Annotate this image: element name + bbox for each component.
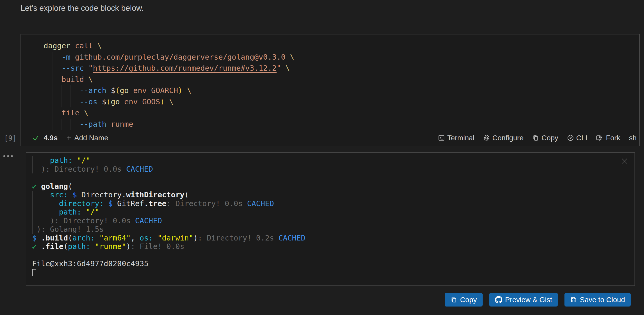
output-line	[32, 251, 305, 260]
execution-count: [9]	[4, 134, 17, 142]
code-line: -m github.com/purpleclay/daggerverse/gol…	[44, 52, 637, 63]
output-line: directory: $ GitRef.tree: Directory! 0.0…	[32, 199, 305, 208]
toolbar-fork-button[interactable]: Fork	[596, 134, 620, 142]
output-line	[32, 268, 305, 277]
language-label[interactable]: sh	[629, 134, 637, 142]
copy-button[interactable]: Copy	[445, 293, 482, 307]
fork-icon	[596, 134, 603, 141]
play-circle-icon	[567, 134, 574, 141]
output-line: ): Directory! 0.0s CACHED	[32, 217, 305, 225]
indent-guide	[62, 85, 62, 96]
code-cell: dagger call \ -m github.com/purpleclay/d…	[21, 34, 640, 146]
code-editor[interactable]: dagger call \ -m github.com/purpleclay/d…	[44, 40, 637, 130]
cell-toolbar: TerminalConfigureCopyCLIFork	[438, 134, 620, 142]
indent-guide	[53, 63, 53, 74]
indent-guide	[53, 52, 53, 63]
indent-guide	[44, 107, 44, 119]
indent-guide	[44, 52, 44, 63]
save-to-cloud-button[interactable]: Save to Cloud	[564, 293, 631, 307]
success-check-icon	[32, 134, 40, 142]
code-line: dagger call \	[44, 40, 637, 52]
save-icon	[570, 296, 577, 303]
cell-status-bar: 4.9s Add Name TerminalConfigureCopyCLIFo…	[21, 130, 639, 146]
dot-icon	[7, 155, 9, 157]
indent-guide	[53, 85, 53, 96]
indent-guide	[53, 96, 53, 108]
preview-gist-button[interactable]: Preview & Gist	[489, 293, 558, 307]
code-line: --src "https://github.com/runmedev/runme…	[44, 63, 637, 74]
output-line: ): Golang! 1.5s	[32, 225, 305, 234]
indent-guide	[32, 156, 33, 165]
indent-guide	[32, 165, 33, 174]
toolbar-copy-button[interactable]: Copy	[532, 134, 558, 142]
output-line: ✔ golang(	[32, 182, 305, 191]
execution-duration: 4.9s	[44, 134, 58, 142]
output-line: ): Directory! 0.0s CACHED	[32, 165, 305, 174]
indent-guide	[62, 96, 62, 108]
output-line	[32, 173, 305, 182]
indent-guide	[44, 119, 44, 130]
copy-icon	[450, 296, 457, 303]
code-line: file \	[44, 107, 637, 119]
toolbar-label: Copy	[541, 134, 558, 142]
indent-guide	[32, 225, 33, 234]
toolbar-label: Terminal	[447, 134, 474, 142]
github-icon	[495, 296, 502, 303]
indent-guide	[41, 208, 41, 217]
indent-guide	[71, 96, 71, 108]
output-line: path: "/"	[32, 156, 305, 165]
code-line: --arch $(go env GOARCH) \	[44, 85, 637, 96]
indent-guide	[44, 85, 44, 96]
toolbar-terminal-button[interactable]: Terminal	[438, 134, 474, 142]
indent-guide	[44, 96, 44, 108]
output-terminal[interactable]: path: "/" ): Directory! 0.0s CACHED✔ gol…	[32, 156, 305, 277]
output-actions: CopyPreview & GistSave to Cloud	[445, 293, 631, 307]
plus-icon	[65, 134, 72, 141]
indent-guide	[44, 63, 44, 74]
indent-guide	[53, 74, 53, 85]
indent-guide	[32, 191, 33, 199]
indent-guide	[71, 85, 71, 96]
indent-guide	[32, 208, 33, 217]
indent-guide	[53, 119, 53, 130]
output-line: src: $ Directory.withDirectory(	[32, 191, 305, 199]
intro-text: Let’s explore the code block below.	[21, 4, 144, 13]
button-label: Copy	[460, 296, 477, 304]
toolbar-label: Configure	[492, 134, 523, 142]
toolbar-configure-button[interactable]: Configure	[483, 134, 523, 142]
output-line: path: "/"	[32, 208, 305, 217]
toolbar-label: Fork	[606, 134, 620, 142]
output-line: $ .build(arch: "arm64", os: "darwin"): D…	[32, 234, 305, 243]
close-icon[interactable]	[621, 158, 628, 165]
code-line: --os $(go env GOOS) \	[44, 96, 637, 108]
button-label: Save to Cloud	[580, 296, 625, 304]
terminal-icon	[438, 134, 445, 141]
terminal-cursor	[32, 269, 36, 276]
toolbar-cli-button[interactable]: CLI	[567, 134, 588, 142]
indent-guide	[32, 217, 33, 225]
toolbar-label: CLI	[576, 134, 588, 142]
output-line: ✔ .file(path: "runme"): File! 0.0s	[32, 242, 305, 251]
code-line: build \	[44, 74, 637, 85]
output-panel: path: "/" ): Directory! 0.0s CACHED✔ gol…	[26, 152, 635, 286]
cell-status-right: TerminalConfigureCopyCLIFork sh	[438, 134, 637, 142]
copy-icon	[532, 134, 539, 141]
cell-kebab-menu[interactable]	[3, 155, 13, 157]
indent-guide	[71, 119, 71, 130]
cell-status-left: 4.9s Add Name	[32, 134, 108, 142]
indent-guide	[41, 199, 41, 208]
gear-icon	[483, 134, 490, 141]
button-label: Preview & Gist	[505, 296, 552, 304]
add-name-label: Add Name	[74, 134, 108, 142]
indent-guide	[32, 199, 33, 208]
dot-icon	[3, 155, 5, 157]
dot-icon	[11, 155, 13, 157]
output-line: File@xxh3:6d4977d0200c4935	[32, 260, 305, 268]
indent-guide	[53, 107, 53, 119]
add-name-button[interactable]: Add Name	[65, 134, 108, 142]
code-line: --path runme	[44, 119, 637, 130]
indent-guide	[44, 74, 44, 85]
indent-guide	[41, 156, 41, 165]
indent-guide	[62, 119, 62, 130]
